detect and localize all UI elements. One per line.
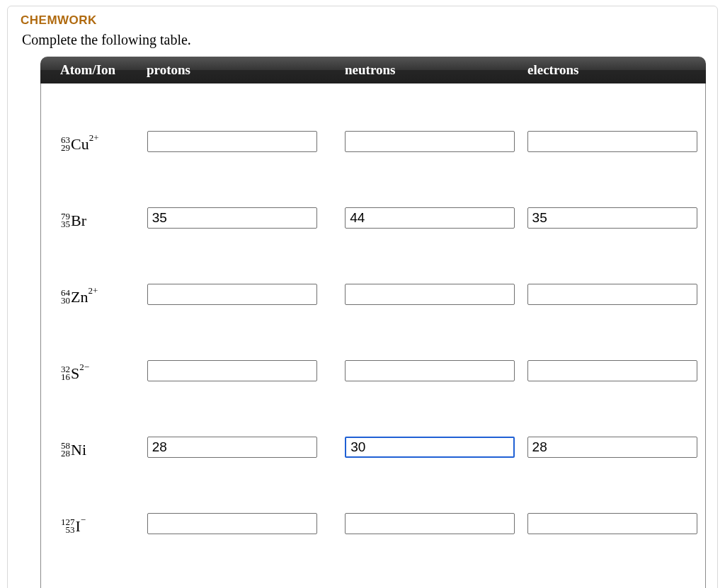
element-symbol: Ni [71, 441, 86, 459]
isotope-notation: 12753I− [61, 517, 81, 536]
element-symbol: S [71, 364, 79, 382]
protons-cell [147, 513, 345, 534]
neutrons-input[interactable] [345, 437, 515, 458]
header-protons: protons [147, 62, 345, 78]
atomic-number: 28 [61, 449, 70, 457]
atomic-number: 30 [61, 296, 70, 304]
atomic-number: 53 [66, 526, 75, 534]
symbol-wrap: S2− [71, 364, 79, 383]
neutrons-input[interactable] [345, 131, 515, 152]
protons-input[interactable] [147, 131, 317, 152]
electrons-input[interactable] [527, 207, 697, 229]
electrons-input[interactable] [527, 360, 697, 381]
neutrons-cell [345, 131, 527, 152]
protons-input[interactable] [147, 513, 317, 534]
neutrons-cell [345, 360, 527, 381]
table-row: 12753I− [41, 485, 705, 562]
symbol-wrap: Ni [71, 441, 86, 459]
isotope-numbers: 5828 [61, 442, 70, 457]
isotope-numbers: 6430 [61, 289, 70, 304]
table-body: 6329Cu2+7935Br6430Zn2+3216S2−5828Ni12753… [40, 83, 706, 588]
protons-input[interactable] [147, 207, 317, 229]
protons-cell [147, 284, 345, 305]
element-symbol: Cu [71, 135, 89, 153]
atom-label: 6430Zn2+ [41, 282, 147, 306]
electrons-input[interactable] [527, 131, 697, 152]
data-table: Atom/Ion protons neutrons electrons 6329… [40, 57, 706, 588]
isotope-numbers: 7935 [61, 212, 70, 228]
isotope-numbers: 3216 [61, 365, 70, 381]
question-container: CHEMWORK Complete the following table. A… [7, 6, 718, 588]
electrons-cell [527, 360, 705, 381]
electrons-input[interactable] [527, 513, 697, 534]
electrons-cell [527, 131, 705, 152]
electrons-input[interactable] [527, 284, 697, 305]
isotope-numbers: 12753 [61, 518, 75, 534]
protons-input[interactable] [147, 284, 317, 305]
isotope-notation: 7935Br [61, 212, 86, 230]
table-header: Atom/Ion protons neutrons electrons [40, 57, 706, 83]
table-row: 5828Ni [41, 409, 705, 485]
header-electrons: electrons [527, 62, 706, 78]
table-row: 6430Zn2+ [41, 256, 705, 333]
table-row: 7935Br [41, 180, 705, 256]
neutrons-cell [345, 513, 527, 534]
electrons-cell [527, 437, 705, 458]
electrons-input[interactable] [527, 437, 697, 458]
neutrons-input[interactable] [345, 207, 515, 229]
header-neutrons: neutrons [345, 62, 527, 78]
atom-label: 6329Cu2+ [41, 129, 147, 154]
ion-charge: 2− [79, 362, 89, 373]
symbol-wrap: Cu2+ [71, 135, 89, 154]
atomic-number: 29 [61, 144, 70, 151]
isotope-notation: 3216S2− [61, 364, 79, 383]
isotope-notation: 6430Zn2+ [61, 288, 88, 306]
atomic-number: 16 [61, 373, 70, 381]
protons-cell [147, 131, 345, 152]
neutrons-cell [345, 437, 527, 458]
symbol-wrap: Zn2+ [71, 288, 88, 306]
isotope-notation: 6329Cu2+ [61, 135, 89, 154]
atom-label: 12753I− [41, 512, 147, 536]
neutrons-input[interactable] [345, 284, 515, 305]
protons-cell [147, 437, 345, 458]
neutrons-input[interactable] [345, 360, 515, 381]
neutrons-cell [345, 284, 527, 305]
electrons-cell [527, 207, 705, 229]
table-row: 6329Cu2+ [41, 103, 705, 180]
atom-label: 7935Br [41, 206, 147, 230]
ion-charge: 2+ [89, 132, 99, 144]
protons-input[interactable] [147, 360, 317, 381]
ion-charge: − [81, 514, 86, 526]
protons-input[interactable] [147, 437, 317, 458]
protons-cell [147, 360, 345, 381]
element-symbol: Zn [71, 288, 88, 306]
header-atom: Atom/Ion [40, 62, 147, 78]
neutrons-cell [345, 207, 527, 229]
table-row: 3216S2− [41, 333, 705, 409]
atom-label: 5828Ni [41, 435, 147, 459]
protons-cell [147, 207, 345, 229]
atomic-number: 35 [61, 220, 70, 228]
element-symbol: Br [71, 212, 86, 229]
isotope-numbers: 6329 [61, 136, 70, 151]
electrons-cell [527, 513, 705, 534]
instruction-text: Complete the following table. [22, 32, 704, 48]
electrons-cell [527, 284, 705, 305]
symbol-wrap: Br [71, 212, 86, 230]
atom-label: 3216S2− [41, 359, 147, 383]
symbol-wrap: I− [76, 517, 81, 536]
isotope-notation: 5828Ni [61, 441, 86, 459]
element-symbol: I [76, 517, 81, 535]
neutrons-input[interactable] [345, 513, 515, 534]
ion-charge: 2+ [88, 285, 98, 296]
chemwork-title: CHEMWORK [21, 13, 704, 28]
